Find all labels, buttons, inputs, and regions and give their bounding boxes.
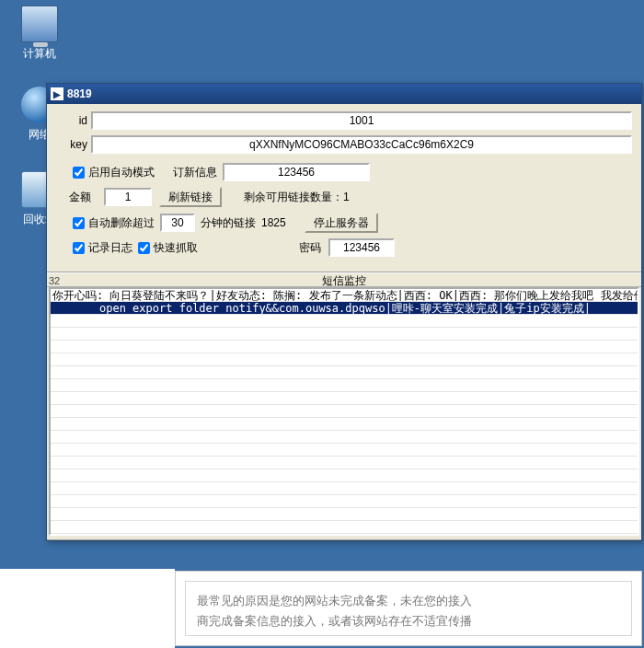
table-row: [51, 353, 638, 366]
order-info-label: 订新信息: [173, 165, 217, 180]
table-row: [51, 521, 638, 534]
table-row: [51, 444, 638, 457]
table-row: [51, 328, 638, 341]
desktop-icon-computer[interactable]: 计算机: [7, 6, 72, 62]
order-info-input[interactable]: [223, 163, 370, 181]
amount-label: 金额: [69, 190, 97, 205]
table-row[interactable]: open_export_folder_notify&&com.ouwsa.dpq…: [51, 302, 638, 315]
auto-delete-suffix: 分钟的链接: [201, 215, 256, 231]
key-value: qXXNfNyMCO96CMABO33cCaCc96m6X2C9: [249, 138, 474, 151]
sms-header-title: 短信监控: [322, 274, 366, 287]
table-row: [51, 482, 638, 495]
sms-col-small: 32: [49, 273, 60, 288]
auto-delete-checkbox[interactable]: [73, 217, 85, 229]
desktop-icon-label: 计算机: [7, 46, 72, 62]
background-panel-left: [0, 569, 175, 648]
table-row: [51, 315, 638, 328]
form-area: id 1001 key qXXNfNyMCO96CMABO33cCaCc96m6…: [47, 104, 641, 272]
table-row[interactable]: 你开心吗: 向日葵登陆不来吗？|好友动态: 陈搁: 发布了一条新动态|西西: O…: [51, 289, 638, 302]
window-title: 8819: [67, 87, 92, 100]
background-page: 最常见的原因是您的网站未完成备案，未在您的接入 商完成备案信息的接入，或者该网站…: [175, 571, 642, 646]
table-row: [51, 508, 638, 521]
sms-monitor-section: 32 短信监控 你开心吗: 向日葵登陆不来吗？|好友动态: 陈搁: 发布了一条新…: [47, 272, 641, 540]
auto-delete-label: 自动删除超过: [88, 215, 155, 231]
auto-mode-checkbox[interactable]: [73, 167, 85, 179]
log-checkbox[interactable]: [73, 242, 85, 254]
table-row: [51, 392, 638, 405]
auto-delete-minutes-input[interactable]: [160, 214, 195, 232]
amount-input[interactable]: [104, 188, 152, 206]
table-row: [51, 495, 638, 508]
key-label: key: [56, 138, 87, 151]
remain-label: 剩余可用链接数量：: [244, 190, 343, 205]
key-field[interactable]: qXXNfNyMCO96CMABO33cCaCc96m6X2C9: [91, 135, 632, 154]
auto-delete-count: 1825: [261, 216, 286, 229]
table-row: [51, 418, 638, 431]
sms-grid[interactable]: 你开心吗: 向日葵登陆不来吗？|好友动态: 陈搁: 发布了一条新动态|西西: O…: [49, 287, 639, 536]
background-page-text: 最常见的原因是您的网站未完成备案，未在您的接入 商完成备案信息的接入，或者该网站…: [185, 581, 632, 636]
password-input[interactable]: [328, 238, 395, 257]
id-label: id: [56, 114, 87, 127]
table-row: [51, 431, 638, 444]
auto-mode-label: 启用自动模式: [88, 165, 155, 180]
fastgrab-label: 快速抓取: [154, 240, 198, 256]
titlebar[interactable]: ▶ 8819: [47, 84, 641, 104]
table-row: [51, 341, 638, 353]
page-text-line: 商完成备案信息的接入，或者该网站存在不适宜传播: [197, 611, 620, 631]
fastgrab-checkbox[interactable]: [138, 242, 150, 254]
id-field[interactable]: 1001: [91, 111, 632, 130]
computer-icon: [21, 6, 58, 42]
stop-server-button[interactable]: 停止服务器: [305, 213, 378, 233]
page-text-line: 最常见的原因是您的网站未完成备案，未在您的接入: [197, 591, 620, 611]
app-window: ▶ 8819 id 1001 key qXXNfNyMCO96CMABO33cC…: [46, 83, 642, 541]
app-icon: ▶: [51, 87, 63, 100]
table-row: [51, 469, 638, 482]
refresh-link-button[interactable]: 刷新链接: [159, 187, 222, 207]
table-row: [51, 457, 638, 469]
sms-monitor-header: 32 短信监控: [47, 272, 641, 287]
table-row: [51, 379, 638, 392]
table-row: [51, 405, 638, 418]
id-value: 1001: [350, 114, 374, 127]
log-label: 记录日志: [88, 240, 132, 256]
remain-value: 1: [343, 191, 350, 203]
table-row: [51, 366, 638, 379]
password-label: 密码: [299, 240, 321, 256]
